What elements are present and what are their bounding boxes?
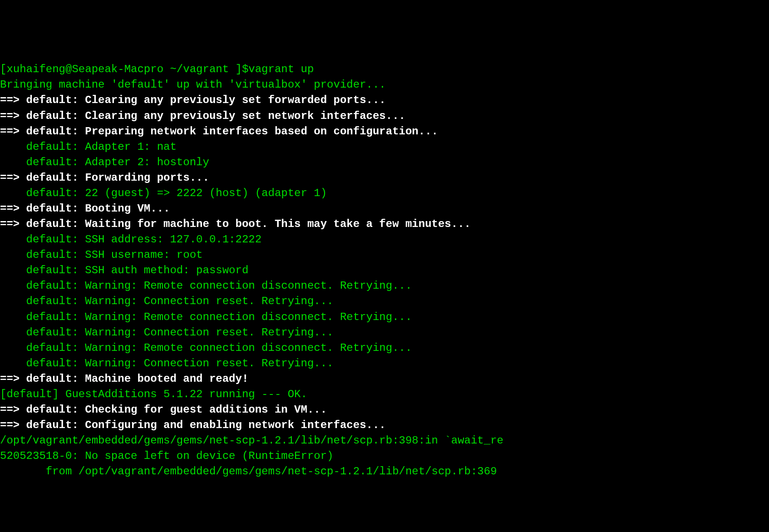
terminal-line: default: Warning: Connection reset. Retr… — [0, 294, 769, 309]
terminal-line: default: Warning: Remote connection disc… — [0, 310, 769, 325]
terminal-line: ==> default: Clearing any previously set… — [0, 108, 769, 124]
terminal-line: default: Warning: Remote connection disc… — [0, 278, 769, 294]
terminal-line: ==> default: Configuring and enabling ne… — [0, 418, 769, 433]
terminal-line: default: Warning: Connection reset. Retr… — [0, 325, 769, 340]
terminal-line: [default] GuestAdditions 5.1.22 running … — [0, 387, 769, 402]
terminal-line: ==> default: Waiting for machine to boot… — [0, 217, 769, 232]
terminal-line: ==> default: Checking for guest addition… — [0, 402, 769, 418]
terminal-line: 520523518-0: No space left on device (Ru… — [0, 448, 769, 464]
terminal-line: ==> default: Booting VM... — [0, 201, 769, 217]
terminal-line: default: 22 (guest) => 2222 (host) (adap… — [0, 186, 769, 201]
terminal-line: default: SSH username: root — [0, 247, 769, 263]
terminal-line: /opt/vagrant/embedded/gems/gems/net-scp-… — [0, 433, 769, 448]
terminal-line: default: SSH address: 127.0.0.1:2222 — [0, 232, 769, 247]
terminal-output[interactable]: [xuhaifeng@Seapeak-Macpro ~/vagrant ]$va… — [0, 62, 769, 479]
terminal-line: default: Warning: Connection reset. Retr… — [0, 356, 769, 371]
terminal-line: ==> default: Forwarding ports... — [0, 170, 769, 186]
terminal-line: ==> default: Machine booted and ready! — [0, 371, 769, 387]
terminal-line: default: Adapter 2: hostonly — [0, 155, 769, 170]
terminal-line: default: Warning: Remote connection disc… — [0, 340, 769, 356]
terminal-line: [xuhaifeng@Seapeak-Macpro ~/vagrant ]$va… — [0, 62, 769, 77]
terminal-line: from /opt/vagrant/embedded/gems/gems/net… — [0, 464, 769, 479]
terminal-line: ==> default: Preparing network interface… — [0, 124, 769, 139]
terminal-line: ==> default: Clearing any previously set… — [0, 93, 769, 108]
terminal-line: default: Adapter 1: nat — [0, 139, 769, 155]
terminal-line: Bringing machine 'default' up with 'virt… — [0, 77, 769, 93]
terminal-line: default: SSH auth method: password — [0, 263, 769, 278]
